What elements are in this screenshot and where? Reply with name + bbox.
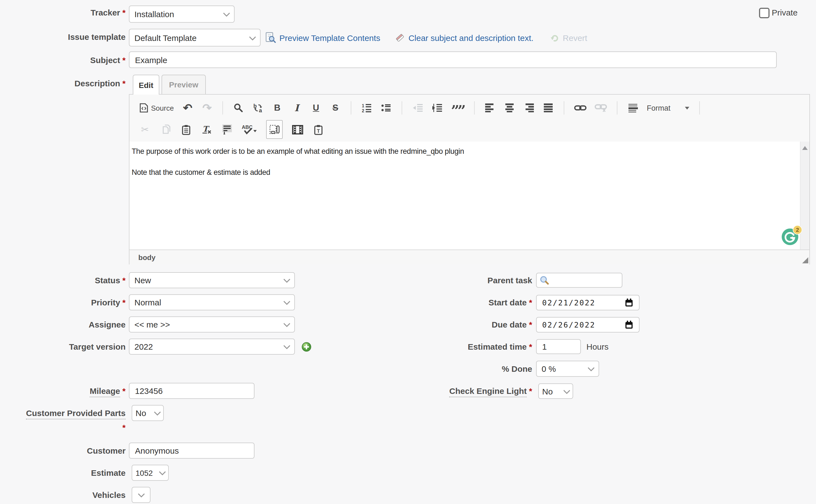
target-version-label: Target version [0, 342, 126, 352]
estimated-time-label: Estimated time* [407, 342, 532, 352]
status-select[interactable]: New [129, 272, 295, 288]
toolbar-separator [222, 101, 223, 115]
toolbar-separator [402, 101, 402, 115]
paste-icon[interactable] [180, 122, 191, 137]
format-dropdown[interactable]: Format [647, 104, 689, 112]
outdent-icon [412, 101, 423, 115]
chevron-down-icon [283, 320, 290, 327]
link-icon[interactable] [574, 101, 586, 115]
svg-text:T: T [317, 128, 320, 134]
preview-template-link[interactable]: Preview Template Contents [279, 33, 380, 42]
target-version-select[interactable]: 2022 [129, 339, 295, 355]
private-label: Private [772, 8, 797, 17]
calendar-icon[interactable] [625, 320, 633, 329]
subject-input[interactable]: Example [129, 51, 777, 68]
grammarly-icon[interactable]: 2 [782, 228, 798, 245]
toolbar-separator [474, 101, 475, 115]
add-version-button[interactable] [302, 342, 311, 352]
media-icon[interactable] [292, 122, 303, 137]
select-all-icon[interactable] [221, 122, 232, 137]
private-checkbox[interactable] [759, 8, 770, 18]
align-left-icon[interactable] [485, 101, 496, 115]
blockquote-icon[interactable] [451, 101, 464, 115]
strikethrough-icon[interactable] [330, 101, 341, 115]
priority-label: Priority* [0, 298, 126, 308]
underline-icon[interactable] [310, 101, 321, 115]
chevron-down-icon [283, 298, 290, 305]
paste-text-icon[interactable]: T [313, 122, 324, 137]
show-blocks-icon[interactable] [266, 120, 283, 139]
tracker-select[interactable]: Installation [129, 6, 235, 23]
due-date-input[interactable]: 02/26/2022 [536, 317, 640, 332]
indent-icon[interactable] [432, 101, 443, 115]
customer-provided-parts-select[interactable]: No [132, 405, 164, 421]
issue-edit-form: Tracker* Installation Private Issue temp… [0, 0, 816, 504]
clear-subject-link[interactable]: Clear subject and description text. [409, 33, 534, 42]
parent-task-input[interactable] [536, 273, 622, 288]
chevron-down-icon [283, 276, 290, 283]
estimated-time-input[interactable]: 1 [536, 339, 581, 354]
parent-task-label: Parent task [407, 276, 532, 285]
mileage-input[interactable]: 123456 [129, 383, 254, 399]
preview-template-icon [265, 32, 276, 43]
paragraph-format-icon[interactable] [627, 101, 638, 115]
description-editor-frame: Source ba 12 [129, 94, 810, 264]
chevron-down-icon [563, 387, 570, 394]
check-engine-light-select[interactable]: No [538, 383, 573, 399]
align-center-icon[interactable] [504, 101, 515, 115]
check-engine-light-label: Check Engine Light* [407, 386, 532, 396]
template-actions: Preview Template Contents Clear subject … [265, 29, 587, 46]
toolbar-separator [564, 101, 564, 115]
vehicles-label: Vehicles [0, 490, 126, 500]
assignee-select-value: << me >> [134, 320, 170, 329]
subject-input-value: Example [135, 55, 167, 64]
remove-format-icon[interactable]: T [201, 122, 212, 137]
vehicles-select[interactable] [132, 487, 150, 503]
customer-input[interactable]: Anonymous [129, 443, 254, 459]
chevron-down-icon [223, 10, 230, 17]
resize-handle-icon[interactable] [802, 257, 808, 263]
check-engine-light-select-value: No [542, 386, 553, 396]
undo-icon[interactable] [182, 101, 193, 115]
replace-icon[interactable]: ba [252, 101, 263, 115]
issue-template-select[interactable]: Default Template [129, 29, 261, 46]
spellcheck-icon[interactable]: ABC [242, 122, 257, 137]
calendar-icon[interactable] [625, 298, 633, 307]
estimate-label: Estimate [0, 468, 126, 478]
source-icon [139, 103, 148, 113]
assignee-select[interactable]: << me >> [129, 316, 295, 332]
required-mark: * [529, 342, 532, 351]
source-button[interactable]: Source [139, 101, 174, 115]
description-editor[interactable]: The purpose of this work order is to be … [129, 142, 809, 250]
italic-icon[interactable] [291, 101, 302, 115]
bullet-list-icon[interactable] [381, 101, 392, 115]
required-mark: * [122, 79, 126, 88]
required-mark: * [529, 298, 532, 307]
start-date-input[interactable]: 02/21/2022 [536, 295, 640, 310]
editor-scrollbar[interactable] [800, 142, 809, 250]
issue-template-label: Issue template [0, 32, 126, 42]
priority-select[interactable]: Normal [129, 294, 295, 310]
align-justify-icon[interactable] [543, 101, 554, 115]
bold-icon[interactable] [272, 101, 283, 115]
redo-icon [201, 101, 212, 115]
estimate-select-value: 1052 [136, 468, 153, 477]
revert-link: Revert [563, 33, 587, 42]
estimate-select[interactable]: 1052 [132, 465, 169, 481]
tab-edit[interactable]: Edit [133, 75, 159, 95]
numbered-list-icon[interactable]: 12 [361, 101, 372, 115]
mileage-value: 123456 [135, 386, 163, 396]
align-right-icon[interactable] [523, 101, 534, 115]
target-version-select-value: 2022 [134, 342, 153, 351]
scroll-up-icon[interactable] [802, 146, 808, 150]
tab-preview[interactable]: Preview [162, 75, 206, 95]
svg-text:a: a [259, 107, 262, 113]
find-icon[interactable] [233, 101, 244, 115]
chevron-down-icon [283, 342, 290, 349]
status-select-value: New [134, 276, 151, 285]
percent-done-select[interactable]: 0 % [536, 361, 599, 377]
customer-label: Customer [0, 446, 126, 456]
grammarly-badge: 2 [793, 225, 802, 235]
caret-down-icon [685, 106, 689, 109]
element-path-label[interactable]: body [138, 253, 155, 261]
